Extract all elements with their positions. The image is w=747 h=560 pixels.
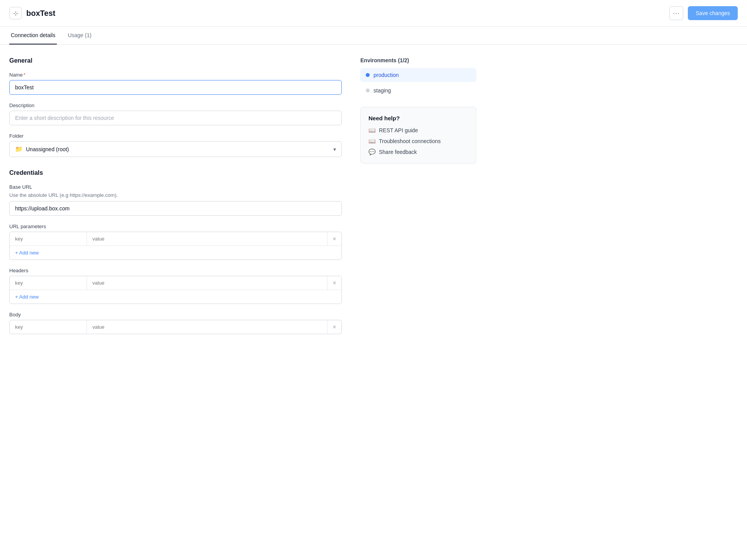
main-content: General Name* Description Folder 📁 bbox=[0, 45, 747, 560]
folder-icon: 📁 bbox=[15, 145, 23, 153]
header: ⊹ boxTest ··· Save changes bbox=[0, 0, 747, 27]
env-item-production[interactable]: production bbox=[360, 68, 476, 82]
general-section-title: General bbox=[9, 57, 342, 64]
chevron-down-icon: ▾ bbox=[333, 146, 336, 152]
help-links: 📖 REST API guide 📖 Troubleshoot connecti… bbox=[368, 127, 468, 155]
url-params-key-cell bbox=[10, 232, 87, 246]
headers-label: Headers bbox=[9, 268, 342, 273]
help-link-label-troubleshoot: Troubleshoot connections bbox=[379, 138, 441, 144]
description-input[interactable] bbox=[9, 111, 342, 125]
headers-value-cell bbox=[87, 276, 327, 290]
name-label: Name* bbox=[9, 72, 342, 78]
body-table: × bbox=[9, 320, 342, 334]
env-dot-production bbox=[366, 73, 370, 77]
base-url-hint: Use the absolute URL (e.g https://exampl… bbox=[9, 192, 342, 198]
body-value-cell bbox=[87, 320, 327, 334]
url-params-table: × + Add new bbox=[9, 232, 342, 260]
help-card: Need help? 📖 REST API guide 📖 Troublesho… bbox=[360, 107, 476, 164]
folder-value: Unassigned (root) bbox=[26, 146, 69, 152]
more-options-button[interactable]: ··· bbox=[669, 6, 683, 20]
body-field-group: Body × bbox=[9, 312, 342, 334]
folder-field-group: Folder 📁 Unassigned (root) ▾ bbox=[9, 133, 342, 157]
base-url-label: Base URL bbox=[9, 184, 342, 190]
url-params-value-input[interactable] bbox=[92, 236, 322, 242]
headers-remove-button[interactable]: × bbox=[327, 276, 341, 290]
url-params-field-group: URL parameters × + Add new bbox=[9, 224, 342, 260]
base-url-field-group: Base URL Use the absolute URL (e.g https… bbox=[9, 184, 342, 216]
help-link-share-feedback[interactable]: 💬 Share feedback bbox=[368, 149, 468, 155]
environments-title: Environments (1/2) bbox=[360, 57, 476, 63]
url-params-label: URL parameters bbox=[9, 224, 342, 229]
book-icon-troubleshoot: 📖 bbox=[368, 138, 376, 145]
url-params-add-row: + Add new bbox=[10, 246, 341, 260]
credentials-section-title: Credentials bbox=[9, 169, 342, 176]
env-dot-staging bbox=[366, 89, 370, 92]
description-label: Description bbox=[9, 102, 342, 108]
url-params-key-input[interactable] bbox=[15, 236, 81, 242]
url-params-row: × bbox=[10, 232, 341, 246]
help-link-troubleshoot[interactable]: 📖 Troubleshoot connections bbox=[368, 138, 468, 145]
page-title: boxTest bbox=[26, 9, 55, 18]
header-left: ⊹ boxTest bbox=[9, 7, 55, 19]
environments-list: production staging bbox=[360, 68, 476, 97]
help-link-rest-api-guide[interactable]: 📖 REST API guide bbox=[368, 127, 468, 134]
env-label-staging: staging bbox=[374, 87, 391, 94]
headers-key-cell bbox=[10, 276, 87, 290]
body-label: Body bbox=[9, 312, 342, 318]
headers-row: × bbox=[10, 276, 341, 290]
name-field-group: Name* bbox=[9, 72, 342, 95]
tab-bar: Connection details Usage (1) bbox=[0, 27, 747, 45]
left-panel: General Name* Description Folder 📁 bbox=[9, 57, 342, 548]
body-key-input[interactable] bbox=[15, 324, 81, 330]
resource-icon: ⊹ bbox=[9, 7, 22, 19]
right-panel: Environments (1/2) production staging Ne… bbox=[360, 57, 476, 548]
headers-add-row: + Add new bbox=[10, 290, 341, 304]
body-value-input[interactable] bbox=[92, 324, 322, 330]
env-label-production: production bbox=[374, 72, 399, 78]
book-icon-rest: 📖 bbox=[368, 127, 376, 134]
body-row: × bbox=[10, 320, 341, 334]
env-item-staging[interactable]: staging bbox=[360, 84, 476, 97]
name-input[interactable] bbox=[9, 80, 342, 95]
chat-icon-feedback: 💬 bbox=[368, 149, 376, 155]
headers-value-input[interactable] bbox=[92, 280, 322, 286]
headers-add-button[interactable]: + Add new bbox=[15, 294, 39, 300]
headers-table: × + Add new bbox=[9, 276, 342, 304]
body-remove-button[interactable]: × bbox=[327, 320, 341, 334]
header-right: ··· Save changes bbox=[669, 6, 738, 20]
folder-label: Folder bbox=[9, 133, 342, 139]
headers-field-group: Headers × + Add new bbox=[9, 268, 342, 304]
url-params-add-button[interactable]: + Add new bbox=[15, 250, 39, 256]
base-url-input[interactable] bbox=[9, 201, 342, 216]
folder-select[interactable]: 📁 Unassigned (root) ▾ bbox=[9, 141, 342, 157]
description-field-group: Description bbox=[9, 102, 342, 125]
required-star: * bbox=[24, 72, 26, 78]
tab-connection-details[interactable]: Connection details bbox=[9, 27, 57, 44]
url-params-remove-button[interactable]: × bbox=[327, 232, 341, 246]
help-title: Need help? bbox=[368, 115, 468, 121]
credentials-section: Credentials Base URL Use the absolute UR… bbox=[9, 169, 342, 334]
url-params-value-cell bbox=[87, 232, 327, 246]
body-key-cell bbox=[10, 320, 87, 334]
help-link-label-rest: REST API guide bbox=[379, 127, 418, 133]
save-changes-button[interactable]: Save changes bbox=[688, 6, 738, 20]
headers-key-input[interactable] bbox=[15, 280, 81, 286]
tab-usage[interactable]: Usage (1) bbox=[66, 27, 93, 44]
help-link-label-feedback: Share feedback bbox=[379, 149, 417, 155]
